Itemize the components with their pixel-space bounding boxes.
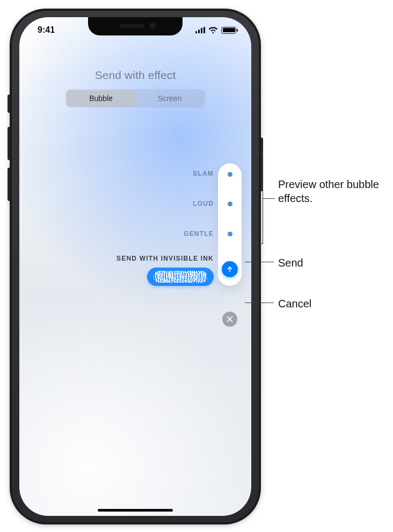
effect-label-gentle: GENTLE bbox=[184, 230, 214, 238]
cancel-button[interactable]: x-circle-icon bbox=[222, 312, 237, 327]
effect-label-loud: LOUD bbox=[193, 200, 214, 207]
status-icons bbox=[195, 27, 236, 34]
home-indicator bbox=[98, 509, 173, 512]
callout-preview-effects: Preview other bubble effects. bbox=[278, 177, 385, 205]
status-time: 9:41 bbox=[38, 25, 55, 35]
effect-label-invisible-ink: SEND WITH INVISIBLE INK bbox=[117, 255, 214, 262]
cellular-signal-icon bbox=[195, 27, 205, 33]
callout-bracket-stem bbox=[263, 198, 275, 199]
effect-label-slam: SLAM bbox=[193, 170, 214, 177]
wifi-icon bbox=[208, 27, 218, 34]
annotation-layer: Preview other bubble effects. Send Cance… bbox=[265, 0, 393, 532]
close-icon bbox=[226, 315, 234, 323]
arrow-up-icon bbox=[225, 265, 234, 274]
callout-cancel: Cancel bbox=[278, 297, 311, 311]
phone-screen: 9:41 Send with effect Bubble Screen SLAM… bbox=[19, 17, 251, 516]
effect-header: Send with effect Bubble Screen bbox=[19, 69, 251, 107]
callout-bracket bbox=[256, 153, 263, 244]
effect-dot-gentle[interactable] bbox=[228, 232, 232, 236]
page-title: Send with effect bbox=[19, 69, 251, 82]
callout-leader-send bbox=[245, 262, 274, 262]
invisible-ink-effect bbox=[154, 271, 207, 283]
tab-bubble[interactable]: Bubble bbox=[67, 90, 135, 106]
message-bubble-preview bbox=[147, 268, 214, 286]
bubble-effects-rail: arrow-up-circle-icon bbox=[218, 163, 242, 286]
effect-dot-loud[interactable] bbox=[228, 202, 232, 206]
iphone-figure: 9:41 Send with effect Bubble Screen SLAM… bbox=[10, 9, 261, 524]
send-button[interactable]: arrow-up-circle-icon bbox=[222, 261, 238, 277]
tab-screen[interactable]: Screen bbox=[135, 90, 204, 106]
notch bbox=[88, 17, 183, 35]
effect-type-segmented-control: Bubble Screen bbox=[66, 89, 205, 107]
callout-send: Send bbox=[278, 256, 303, 270]
callout-leader-cancel bbox=[245, 303, 274, 303]
effect-dot-slam[interactable] bbox=[228, 172, 232, 177]
battery-icon bbox=[221, 27, 236, 34]
